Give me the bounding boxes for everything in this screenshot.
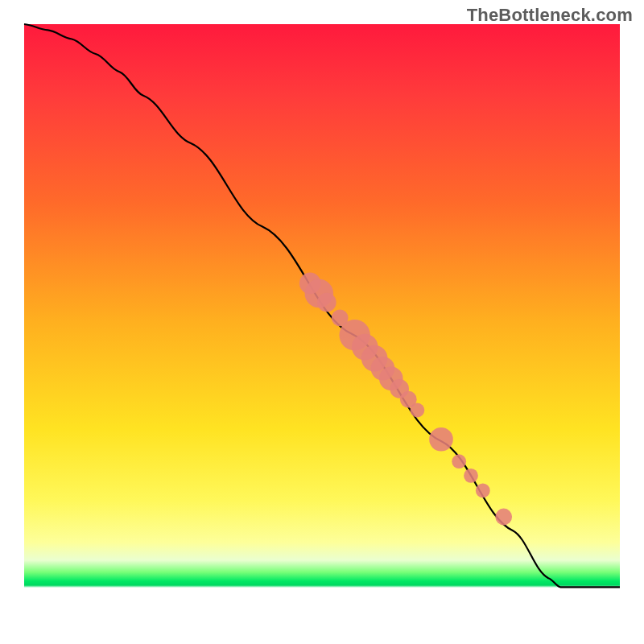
watermark-text: TheBottleneck.com: [467, 5, 633, 26]
chart-svg: [24, 24, 620, 620]
data-point-marker: [429, 427, 453, 452]
data-point-marker: [452, 454, 466, 469]
data-point-marker: [476, 484, 490, 498]
plot-area: [24, 24, 620, 620]
marker-group: [299, 273, 512, 526]
data-point-marker: [495, 509, 512, 526]
data-point-marker: [317, 293, 336, 312]
data-point-marker: [411, 403, 425, 418]
data-point-marker: [464, 469, 478, 483]
chart-container: TheBottleneck.com: [0, 0, 644, 644]
